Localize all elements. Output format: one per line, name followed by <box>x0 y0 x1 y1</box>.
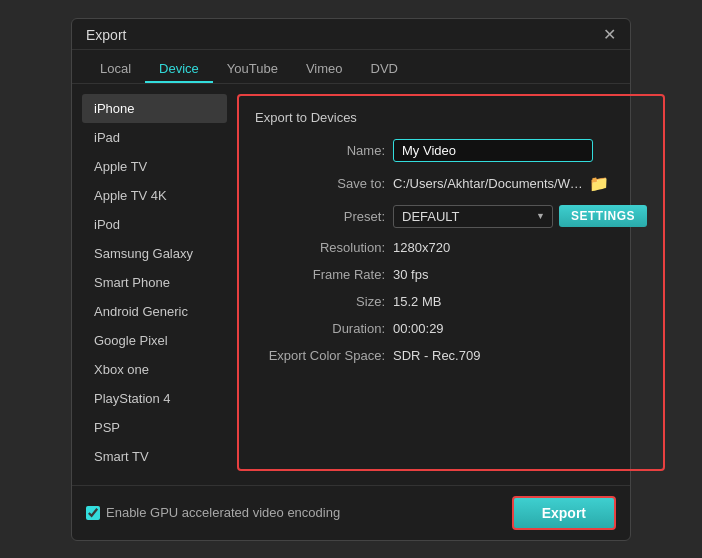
name-label: Name: <box>255 143 385 158</box>
framerate-label: Frame Rate: <box>255 267 385 282</box>
body: iPhone iPad Apple TV Apple TV 4K iPod Sa… <box>72 84 630 481</box>
tab-youtube[interactable]: YouTube <box>213 56 292 83</box>
sidebar-item-googlepixel[interactable]: Google Pixel <box>82 326 227 355</box>
sidebar-item-samsung[interactable]: Samsung Galaxy <box>82 239 227 268</box>
preset-wrapper: DEFAULT Custom <box>393 205 553 228</box>
sidebar: iPhone iPad Apple TV Apple TV 4K iPod Sa… <box>82 94 227 471</box>
main-content: Export to Devices Name: Save to: C:/User… <box>237 94 665 471</box>
sidebar-item-xbox[interactable]: Xbox one <box>82 355 227 384</box>
footer: Enable GPU accelerated video encoding Ex… <box>72 485 630 540</box>
duration-value: 00:00:29 <box>393 321 444 336</box>
colorspace-label: Export Color Space: <box>255 348 385 363</box>
close-button[interactable]: ✕ <box>603 27 616 43</box>
export-button[interactable]: Export <box>512 496 616 530</box>
sidebar-item-psp[interactable]: PSP <box>82 413 227 442</box>
sidebar-item-smarttv[interactable]: Smart TV <box>82 442 227 471</box>
sidebar-item-iphone[interactable]: iPhone <box>82 94 227 123</box>
gpu-checkbox[interactable] <box>86 506 100 520</box>
size-value: 15.2 MB <box>393 294 441 309</box>
save-to-row: Save to: C:/Users/Akhtar/Documents/Wonde… <box>255 174 647 193</box>
sidebar-item-appletv[interactable]: Apple TV <box>82 152 227 181</box>
colorspace-row: Export Color Space: SDR - Rec.709 <box>255 348 647 363</box>
tab-dvd[interactable]: DVD <box>357 56 412 83</box>
duration-label: Duration: <box>255 321 385 336</box>
sidebar-item-ipod[interactable]: iPod <box>82 210 227 239</box>
save-to-content: C:/Users/Akhtar/Documents/Wondershare 📁 <box>393 174 609 193</box>
resolution-value: 1280x720 <box>393 240 450 255</box>
sidebar-item-android[interactable]: Android Generic <box>82 297 227 326</box>
settings-button[interactable]: SETTINGS <box>559 205 647 227</box>
gpu-row: Enable GPU accelerated video encoding <box>86 505 340 520</box>
preset-select[interactable]: DEFAULT Custom <box>393 205 553 228</box>
name-input[interactable] <box>393 139 593 162</box>
tab-local[interactable]: Local <box>86 56 145 83</box>
save-to-path: C:/Users/Akhtar/Documents/Wondershare <box>393 176 583 191</box>
name-row: Name: <box>255 139 647 162</box>
sidebar-item-ipad[interactable]: iPad <box>82 123 227 152</box>
framerate-row: Frame Rate: 30 fps <box>255 267 647 282</box>
tab-vimeo[interactable]: Vimeo <box>292 56 357 83</box>
size-row: Size: 15.2 MB <box>255 294 647 309</box>
preset-label: Preset: <box>255 209 385 224</box>
dialog-title: Export <box>86 27 126 43</box>
tab-device[interactable]: Device <box>145 56 213 83</box>
tab-bar: Local Device YouTube Vimeo DVD <box>72 50 630 84</box>
gpu-label: Enable GPU accelerated video encoding <box>106 505 340 520</box>
resolution-row: Resolution: 1280x720 <box>255 240 647 255</box>
export-dialog: Export ✕ Local Device YouTube Vimeo DVD … <box>71 18 631 541</box>
size-label: Size: <box>255 294 385 309</box>
framerate-value: 30 fps <box>393 267 428 282</box>
section-title: Export to Devices <box>255 110 647 125</box>
preset-row: Preset: DEFAULT Custom SETTINGS <box>255 205 647 228</box>
sidebar-item-appletv4k[interactable]: Apple TV 4K <box>82 181 227 210</box>
resolution-label: Resolution: <box>255 240 385 255</box>
folder-button[interactable]: 📁 <box>589 174 609 193</box>
duration-row: Duration: 00:00:29 <box>255 321 647 336</box>
save-to-label: Save to: <box>255 176 385 191</box>
sidebar-item-ps4[interactable]: PlayStation 4 <box>82 384 227 413</box>
colorspace-value: SDR - Rec.709 <box>393 348 480 363</box>
preset-content: DEFAULT Custom SETTINGS <box>393 205 647 228</box>
sidebar-item-smartphone[interactable]: Smart Phone <box>82 268 227 297</box>
title-bar: Export ✕ <box>72 19 630 50</box>
